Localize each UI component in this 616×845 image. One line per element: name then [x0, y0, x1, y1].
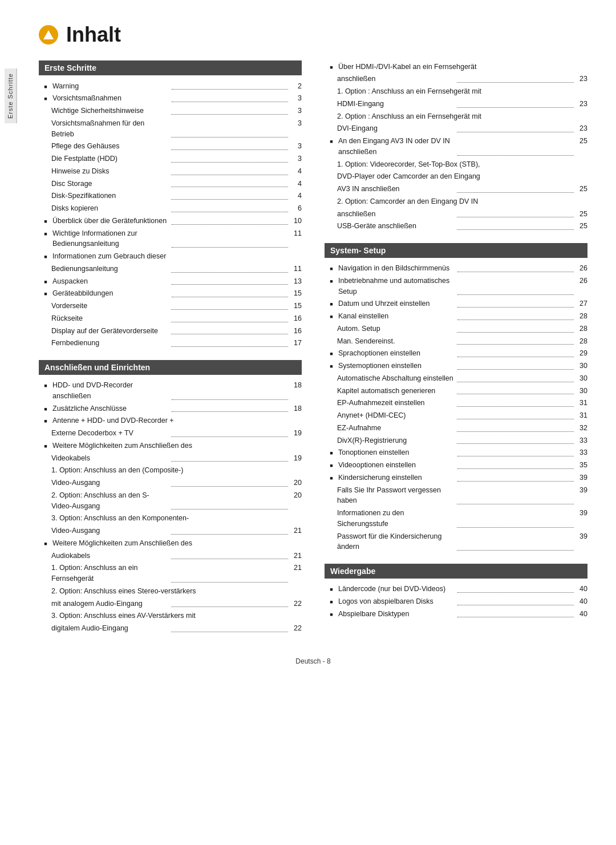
bullet-icon — [327, 610, 336, 619]
list-item: Bedienungsanleitung11 — [39, 262, 302, 275]
toc-dots — [172, 393, 289, 400]
list-item: Vorderseite15 — [39, 300, 302, 313]
toc-page: 39 — [576, 472, 587, 483]
toc-page: 28 — [576, 311, 587, 322]
list-item: Logos von abspielbaren Disks40 — [325, 595, 587, 608]
toc-entry-text: Systemoptionen einstellen — [338, 361, 455, 371]
toc-page: 15 — [290, 301, 302, 312]
toc-entry-text: Abspielbare Disktypen — [338, 609, 455, 620]
toc-entry-text: Disks kopieren — [51, 203, 169, 214]
section-header: Wiedergabe — [325, 564, 587, 579]
toc-entry-text: Anynet+ (HDMI-CEC) — [337, 410, 455, 421]
toc-entry-text: Über HDMI-/DVI-Kabel an ein Fernsehgerät — [338, 62, 587, 72]
toc-page: 31 — [576, 398, 587, 409]
toc-page: 40 — [576, 584, 587, 595]
toc-entry-text: DivX(R)-Registrierung — [337, 435, 455, 446]
toc-dots — [457, 325, 574, 333]
toc-dots — [171, 479, 289, 487]
list-item: HDMI-Eingang23 — [325, 98, 587, 110]
list-item: Hinweise zu Disks4 — [39, 165, 302, 177]
toc-entry-text: 2. Option: Anschluss an den S-Video-Ausg… — [51, 490, 169, 512]
toc-dots — [171, 328, 289, 335]
toc-entry-text: Weitere Möglichkeiten zum Anschließen de… — [52, 440, 302, 451]
toc-dots — [457, 265, 574, 272]
toc-dots — [457, 338, 574, 345]
toc-dots — [457, 610, 574, 618]
toc-dots — [457, 462, 574, 469]
toc-entry-text: Externe Decoderbox + TV — [51, 428, 169, 439]
toc-page: 17 — [290, 338, 302, 349]
toc-entry-text: Vorsichtsmaßnahmen — [52, 93, 169, 104]
toc-entry-text: anschließen — [337, 209, 455, 220]
list-item: HDD- und DVD-Recorder anschließen18 — [39, 379, 302, 403]
list-item: Auspacken13 — [39, 275, 302, 288]
toc-page: 22 — [290, 623, 302, 634]
toc-dots — [457, 375, 574, 382]
toc-dots — [457, 223, 574, 231]
toc-entry-text: Video-Ausgang — [51, 525, 169, 536]
toc-page: 3 — [290, 93, 302, 104]
toc-entry-text: Tonoptionen einstellen — [338, 447, 455, 458]
toc-entry-text: 1. Option: Anschluss an den (Composite-) — [51, 465, 302, 476]
toc-entry-text: Zusätzliche Anschlüsse — [52, 403, 169, 414]
toc-entry-text: 1. Option: Videorecorder, Set-Top-Box (S… — [337, 159, 587, 170]
toc-entry-text: Autom. Setup — [337, 324, 455, 334]
toc-entry-text: Datum und Uhrzeit einstellen — [338, 298, 455, 309]
toc-entry-text: Wichtige Informationen zur Bedienungsanl… — [52, 228, 169, 250]
list-item: Inbetriebnahme und automatisches Setup26 — [325, 274, 587, 298]
toc-page: 19 — [290, 428, 302, 439]
toc-dots — [171, 143, 289, 151]
list-item: Navigation in den Bildschirmmenüs26 — [325, 262, 587, 275]
title-text: Inhalt — [66, 23, 121, 47]
toc-entry-text: Vorderseite — [51, 301, 169, 312]
toc-dots — [457, 148, 574, 156]
side-tab: Erste Schritte — [0, 0, 22, 845]
list-item: Sprachoptionen einstellen29 — [325, 347, 587, 360]
bullet-icon — [41, 253, 50, 262]
toc-page: 20 — [290, 490, 302, 501]
bullet-icon — [41, 405, 50, 414]
toc-entry-text: Geräteabbildungen — [52, 288, 169, 299]
toc-page: 4 — [290, 191, 302, 201]
toc-entry-text: Rückseite — [51, 313, 169, 324]
list-item: DivX(R)-Registrierung33 — [325, 434, 587, 447]
toc-dots — [457, 474, 574, 482]
list-item: DVI-Eingang23 — [325, 123, 587, 135]
toc-entry-text: Videooptionen einstellen — [338, 460, 455, 471]
section-header: System- Setup — [325, 243, 587, 258]
section-header: Erste Schritte — [39, 60, 302, 75]
toc-dots — [457, 424, 574, 432]
list-item: Überblick über die Gerätefunktionen10 — [39, 215, 302, 227]
toc-page: 32 — [576, 423, 587, 434]
toc-dots — [171, 430, 289, 437]
toc-page: 18 — [290, 380, 302, 391]
toc-page: 23 — [576, 99, 587, 110]
toc-page: 30 — [576, 373, 587, 384]
list-item: Abspielbare Disktypen40 — [325, 608, 587, 620]
toc-entry-text: Kanal einstellen — [338, 311, 455, 322]
toc-page: 22 — [290, 599, 302, 609]
bullet-icon — [41, 217, 50, 227]
toc-dots — [457, 387, 574, 395]
toc-entry-text: Hinweise zu Disks — [51, 166, 169, 177]
bullet-icon — [327, 362, 336, 371]
list-item: Autom. Setup28 — [325, 322, 587, 335]
toc-entry-text: Wichtige Sicherheitshinweise — [51, 106, 169, 116]
toc-entry-text: Informationen zum Gebrauch dieser — [52, 251, 302, 262]
toc-page: 39 — [576, 508, 587, 519]
list-item: 1. Option: Anschluss an den (Composite-) — [39, 464, 302, 477]
bullet-icon — [327, 350, 336, 359]
list-item: An den Eingang AV3 IN oder DV IN anschli… — [325, 135, 587, 159]
list-item: mit analogem Audio-Eingang22 — [39, 597, 302, 610]
toc-page: 31 — [576, 410, 587, 421]
list-item: Informationen zu den Sicherungsstufe39 — [325, 507, 587, 531]
toc-entry-text: Video-Ausgang — [51, 478, 169, 488]
toc-entry-text: Disc Storage — [51, 179, 169, 189]
toc-page: 25 — [576, 184, 587, 195]
toc-entry-text: HDMI-Eingang — [337, 99, 455, 110]
toc-dots — [171, 265, 289, 273]
toc-page: 16 — [290, 326, 302, 337]
bullet-icon — [41, 277, 50, 286]
bullet-icon — [327, 138, 336, 147]
list-item: Videooptionen einstellen35 — [325, 459, 587, 472]
